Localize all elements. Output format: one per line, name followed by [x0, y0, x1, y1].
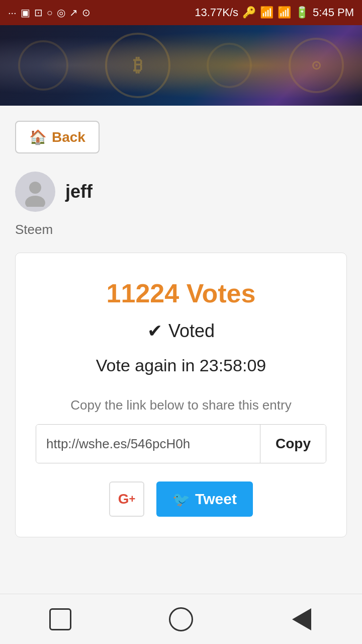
screen-icon: ⊡: [34, 7, 43, 19]
copy-button-label: Copy: [276, 436, 311, 451]
voted-status: ✔ Voted: [147, 320, 215, 342]
search-icon: 🔑: [242, 6, 256, 19]
tweet-label: Tweet: [195, 491, 237, 508]
back-button[interactable]: 🏠 Back: [15, 121, 100, 153]
link-input[interactable]: [36, 425, 260, 463]
google-plus-label: G+: [118, 491, 136, 507]
camera-icon: ⊙: [82, 7, 90, 19]
platform-label: Steem: [15, 222, 347, 237]
status-bar-left-icons: ··· ▣ ⊡ ○ ◎ ↗ ⊙: [8, 7, 90, 19]
arrow-icon: ↗: [69, 7, 78, 19]
circle-icon: [169, 607, 193, 631]
circle-icon: ○: [47, 7, 53, 19]
avatar: [15, 172, 55, 212]
back-nav-button[interactable]: [287, 604, 317, 634]
status-bar-right-icons: 13.77K/s 🔑 📶 📶 🔋 5:45 PM: [195, 6, 354, 19]
sim-icon: ▣: [21, 7, 30, 19]
home-icon: 🏠: [29, 129, 47, 145]
coin-decorations: ₿ ⊙: [0, 25, 362, 106]
hero-banner: ₿ ⊙: [0, 25, 362, 106]
bottom-nav: [0, 594, 362, 644]
user-profile: jeff: [15, 172, 347, 212]
status-bar: ··· ▣ ⊡ ○ ◎ ↗ ⊙ 13.77K/s 🔑 📶 📶 🔋 5:45 PM: [0, 0, 362, 25]
back-button-label: Back: [52, 129, 85, 145]
recent-apps-button[interactable]: [45, 604, 75, 634]
vote-again-text: Vote again in 23:58:09: [96, 356, 266, 375]
notification-dots: ···: [8, 7, 17, 19]
plus-sign: +: [129, 493, 136, 506]
coin-3: [207, 43, 252, 88]
signal-icon: 📶: [260, 6, 274, 19]
clock: 5:45 PM: [313, 6, 354, 19]
checkmark-icon: ✔: [147, 320, 162, 342]
tweet-button[interactable]: 🐦 Tweet: [156, 481, 253, 517]
battery-icon: 🔋: [295, 6, 309, 19]
copy-button[interactable]: Copy: [260, 425, 326, 463]
avatar-icon: [20, 177, 50, 207]
g-letter: G: [118, 491, 129, 507]
svg-point-0: [29, 182, 41, 194]
vote-card: 11224 Votes ✔ Voted Vote again in 23:58:…: [15, 253, 347, 537]
svg-point-1: [25, 196, 45, 207]
username: jeff: [65, 181, 93, 202]
coin-2: ₿: [105, 33, 170, 98]
signal-icon-2: 📶: [278, 6, 291, 19]
twitter-icon: 🐦: [172, 491, 190, 508]
shield-icon: ◎: [57, 7, 65, 19]
square-icon: [49, 608, 71, 630]
home-nav-button[interactable]: [166, 604, 196, 634]
votes-count: 11224 Votes: [107, 278, 256, 308]
google-plus-button[interactable]: G+: [109, 481, 144, 517]
voted-label: Voted: [168, 320, 215, 342]
network-speed: 13.77K/s: [195, 6, 238, 19]
share-label: Copy the link below to share this entry: [70, 397, 291, 413]
social-buttons: G+ 🐦 Tweet: [109, 481, 253, 517]
main-content: 🏠 Back jeff Steem 11224 Votes ✔ Voted Vo…: [0, 106, 362, 594]
link-copy-row: Copy: [36, 424, 326, 463]
coin-4: ⊙: [289, 38, 344, 93]
coin-1: [18, 40, 68, 91]
back-arrow-icon: [292, 608, 311, 630]
